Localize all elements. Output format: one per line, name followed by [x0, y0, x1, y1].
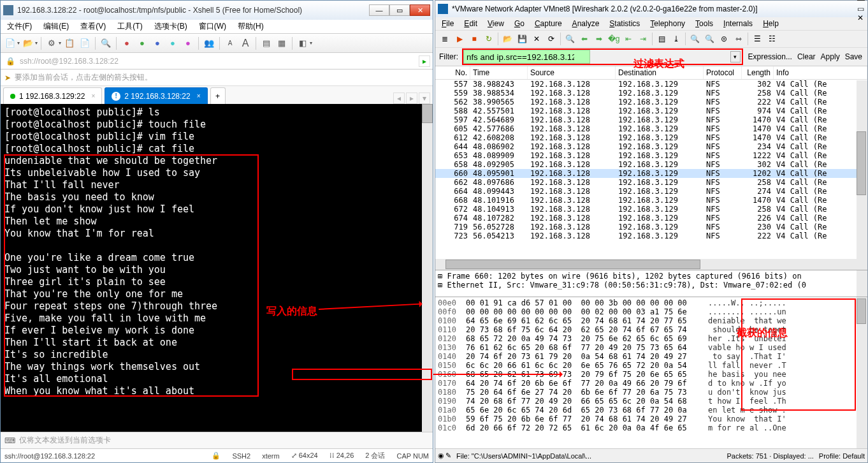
hex-row[interactable]: 00e000 01 91 ca d6 57 01 00 00 00 3b 00 …: [438, 298, 865, 307]
color-magenta-icon[interactable]: ●: [181, 36, 195, 50]
start-icon[interactable]: ▶: [452, 32, 467, 46]
tab-nav-0[interactable]: ◂: [393, 92, 405, 104]
col-src[interactable]: Source: [528, 66, 616, 79]
color-blue-icon[interactable]: ●: [150, 36, 164, 50]
props-icon[interactable]: ⚙: [45, 36, 59, 50]
menu-help[interactable]: Help: [759, 18, 783, 29]
first-icon[interactable]: ⇤: [621, 32, 635, 46]
new-icon[interactable]: 📄: [3, 36, 17, 50]
hex-row[interactable]: 018075 20 64 6f 6e 27 74 20 6b 6e 6f 77 …: [438, 388, 865, 397]
cascade-icon[interactable]: ▤: [259, 36, 273, 50]
paste-icon[interactable]: 📄: [78, 36, 92, 50]
packet-header[interactable]: No. Time Source Destination Protocol Len…: [435, 66, 867, 80]
hex-row[interactable]: 01c06d 20 66 6f 72 20 72 65 61 6c 20 0a …: [438, 423, 865, 432]
resize-cols-icon[interactable]: ⇿: [732, 32, 746, 46]
packet-details[interactable]: ⊞ Frame 660: 1202 bytes on wire (9616 bi…: [435, 270, 867, 297]
hex-row[interactable]: 01b059 6f 75 20 6b 6e 6f 77 20 74 68 61 …: [438, 415, 865, 423]
terminal[interactable]: [root@localhost public]# ls [root@localh…: [1, 104, 433, 432]
menu-file[interactable]: File: [438, 18, 458, 29]
tab-nav-icon[interactable]: ◧: [296, 36, 310, 50]
zoom-1-icon[interactable]: ⊜: [717, 32, 731, 46]
go-button[interactable]: ▸: [419, 55, 430, 67]
hex-row[interactable]: 019074 20 68 6f 77 20 49 20 66 65 65 6c …: [438, 397, 865, 406]
send-bar[interactable]: ⌨ 仅将文本发送到当前选项卡: [1, 432, 433, 448]
tab-nav-1[interactable]: ▸: [406, 92, 417, 104]
hex-row[interactable]: 014020 74 6f 20 73 61 79 20 0a 54 68 61 …: [438, 352, 865, 361]
interfaces-icon[interactable]: ≣: [438, 32, 452, 46]
hex-vscroll[interactable]: [857, 297, 867, 448]
menu-go[interactable]: Go: [510, 18, 528, 29]
col-dst[interactable]: Destination: [616, 66, 704, 79]
menu-tools[interactable]: Tools: [691, 18, 717, 29]
zoom-out-icon[interactable]: 🔍: [702, 32, 716, 46]
autoscroll-icon[interactable]: ⤓: [669, 32, 683, 46]
open-icon[interactable]: 📂: [21, 36, 35, 50]
users-icon[interactable]: 👥: [202, 36, 216, 50]
forward-icon[interactable]: ➡: [592, 32, 606, 46]
packet-row[interactable]: 66448.099443192.168.3.128192.168.3.129NF…: [435, 187, 867, 196]
filter-dropdown[interactable]: ▾: [730, 51, 741, 62]
hex-row[interactable]: 00f000 00 00 00 00 00 00 00 00 02 00 00 …: [438, 307, 865, 316]
tab-nav-2[interactable]: ▾: [419, 92, 430, 104]
menu-internals[interactable]: Internals: [720, 18, 756, 29]
maximize-button[interactable]: ▭: [389, 4, 410, 16]
color-red-icon[interactable]: ●: [120, 36, 134, 50]
menu-telephony[interactable]: Telephony: [646, 18, 689, 29]
menu-capture[interactable]: Capture: [531, 18, 566, 29]
last-icon[interactable]: ⇥: [636, 32, 650, 46]
packet-row[interactable]: 55938.988534192.168.3.128192.168.3.129NF…: [435, 89, 867, 98]
packet-row[interactable]: 66048.095901192.168.3.128192.168.3.129NF…: [435, 169, 867, 178]
font-big-icon[interactable]: A: [238, 36, 252, 50]
back-icon[interactable]: ⬅: [577, 32, 591, 46]
packet-row[interactable]: 67448.107282192.168.3.128192.168.3.129NF…: [435, 214, 867, 223]
minimize-button[interactable]: —: [369, 4, 389, 16]
menu-查看(V)[interactable]: 查看(V): [76, 20, 110, 33]
packets-vscroll[interactable]: [857, 80, 867, 259]
expert-icon[interactable]: ◉: [438, 452, 444, 460]
hex-row[interactable]: 013076 61 62 6c 65 20 68 6f 77 20 49 20 …: [438, 343, 865, 352]
packet-row[interactable]: 65348.089909192.168.3.128192.168.3.129NF…: [435, 151, 867, 160]
packet-row[interactable]: 59742.564689192.168.3.128192.168.3.129NF…: [435, 115, 867, 124]
add-tab-button[interactable]: +: [210, 87, 226, 104]
hex-row[interactable]: 01a065 6e 20 6c 65 74 20 6d 65 20 73 68 …: [438, 406, 865, 415]
hex-row[interactable]: 017064 20 74 6f 20 6b 6e 6f 77 20 0a 49 …: [438, 379, 865, 388]
menu-选项卡(B)[interactable]: 选项卡(B): [150, 20, 191, 33]
maximize-button[interactable]: ▭: [857, 4, 865, 13]
menu-帮助(H)[interactable]: 帮助(H): [234, 20, 268, 33]
tile-icon[interactable]: ▦: [275, 36, 289, 50]
col-len[interactable]: Length: [742, 66, 774, 79]
hex-row[interactable]: 010064 65 6e 69 61 62 6c 65 20 74 68 61 …: [438, 316, 865, 325]
font-small-icon[interactable]: A: [223, 36, 237, 50]
capture-filter-icon[interactable]: ☰: [750, 32, 764, 46]
minimize-button[interactable]: —: [857, 0, 865, 4]
detail-line[interactable]: ⊞ Frame 660: 1202 bytes on wire (9616 bi…: [438, 272, 865, 281]
packet-row[interactable]: 66248.097686192.168.3.128192.168.3.129NF…: [435, 178, 867, 187]
packet-row[interactable]: 58842.557501192.168.3.128192.168.3.129NF…: [435, 107, 867, 115]
close-button[interactable]: ✕: [410, 4, 430, 16]
annotate-icon[interactable]: ✎: [445, 452, 451, 460]
zoom-in-icon[interactable]: 🔍: [688, 32, 702, 46]
packet-row[interactable]: 66848.101916192.168.3.128192.168.3.129NF…: [435, 196, 867, 205]
hex-pane[interactable]: 00e000 01 91 ca d6 57 01 00 00 00 3b 00 …: [435, 297, 867, 448]
menu-view[interactable]: View: [484, 18, 508, 29]
packet-row[interactable]: 71956.052728192.168.3.128192.168.3.129NF…: [435, 223, 867, 231]
hex-row[interactable]: 012068 65 72 20 0a 49 74 73 20 75 6e 62 …: [438, 334, 865, 343]
col-no[interactable]: No.: [435, 66, 470, 79]
display-filter-icon[interactable]: ☷: [765, 32, 779, 46]
tab-close-icon[interactable]: ×: [91, 92, 95, 99]
col-info[interactable]: Info: [774, 66, 867, 79]
packets-hscroll[interactable]: [435, 259, 867, 270]
detail-line[interactable]: ⊞ Ethernet II, Src: Vmware_31:c9:78 (00:…: [438, 281, 865, 290]
packet-row[interactable]: 64448.086902192.168.3.128192.168.3.129NF…: [435, 142, 867, 151]
xshell-titlebar[interactable]: 192.168.3.128:22 - root@localhost:/tmp/n…: [1, 1, 433, 20]
address-text[interactable]: ssh://root@192.168.3.128:22: [17, 57, 416, 66]
reload-icon[interactable]: ⟳: [544, 32, 558, 46]
open-icon[interactable]: 📂: [500, 32, 514, 46]
packet-row[interactable]: 56238.990565192.168.3.128192.168.3.129NF…: [435, 98, 867, 107]
tab-close-icon[interactable]: ×: [197, 92, 201, 99]
find-icon[interactable]: 🔍: [99, 36, 113, 50]
filter-input[interactable]: [463, 50, 590, 64]
color-cyan-icon[interactable]: ●: [166, 36, 180, 50]
stop-icon[interactable]: ■: [467, 32, 481, 46]
colorize-icon[interactable]: ▤: [655, 32, 669, 46]
